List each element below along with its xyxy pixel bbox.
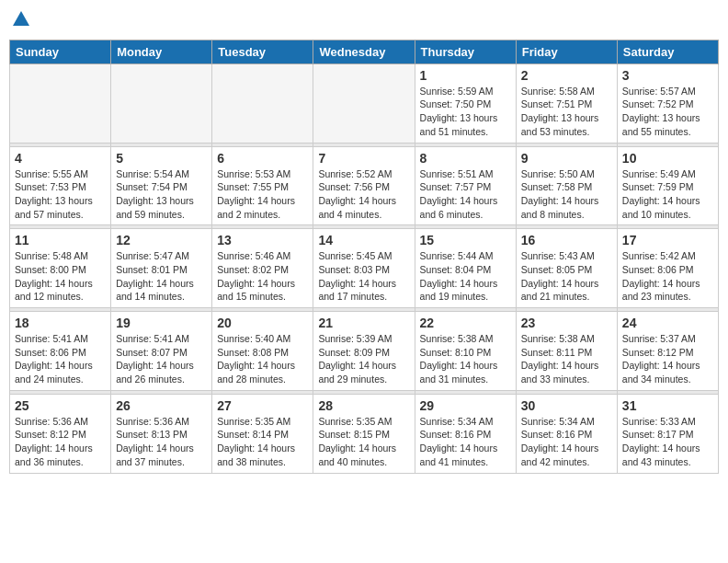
day-info: Sunrise: 5:58 AM Sunset: 7:51 PM Dayligh…: [521, 85, 612, 139]
calendar-day-cell: 25Sunrise: 5:36 AM Sunset: 8:12 PM Dayli…: [10, 394, 111, 473]
days-of-week-row: SundayMondayTuesdayWednesdayThursdayFrid…: [10, 40, 719, 63]
calendar-day-cell: 28Sunrise: 5:35 AM Sunset: 8:15 PM Dayli…: [313, 394, 415, 473]
calendar-day-cell: [10, 63, 111, 143]
day-number: 27: [217, 398, 308, 413]
calendar-day-cell: 13Sunrise: 5:46 AM Sunset: 8:02 PM Dayli…: [212, 229, 313, 308]
calendar-day-cell: 30Sunrise: 5:34 AM Sunset: 8:16 PM Dayli…: [516, 394, 617, 473]
calendar-week-row: 1Sunrise: 5:59 AM Sunset: 7:50 PM Daylig…: [10, 63, 719, 143]
day-number: 31: [622, 398, 713, 413]
calendar-day-cell: 31Sunrise: 5:33 AM Sunset: 8:17 PM Dayli…: [617, 394, 718, 473]
calendar-day-cell: 7Sunrise: 5:52 AM Sunset: 7:56 PM Daylig…: [313, 146, 415, 225]
day-of-week-header: Thursday: [415, 40, 516, 63]
day-number: 10: [622, 151, 713, 166]
day-of-week-header: Friday: [516, 40, 617, 63]
calendar-day-cell: 18Sunrise: 5:41 AM Sunset: 8:06 PM Dayli…: [10, 312, 111, 391]
calendar-day-cell: 27Sunrise: 5:35 AM Sunset: 8:14 PM Dayli…: [212, 394, 313, 473]
calendar-day-cell: 4Sunrise: 5:55 AM Sunset: 7:53 PM Daylig…: [10, 146, 111, 225]
day-number: 24: [622, 316, 713, 330]
day-number: 13: [217, 233, 308, 247]
day-number: 20: [217, 316, 308, 330]
day-info: Sunrise: 5:38 AM Sunset: 8:10 PM Dayligh…: [420, 332, 511, 386]
day-of-week-header: Sunday: [10, 40, 111, 63]
day-number: 29: [420, 398, 511, 413]
day-info: Sunrise: 5:49 AM Sunset: 7:59 PM Dayligh…: [622, 167, 713, 222]
day-info: Sunrise: 5:37 AM Sunset: 8:12 PM Dayligh…: [622, 332, 713, 386]
day-number: 19: [116, 316, 207, 330]
calendar-week-row: 4Sunrise: 5:55 AM Sunset: 7:53 PM Daylig…: [10, 146, 719, 225]
day-number: 5: [116, 151, 207, 166]
day-info: Sunrise: 5:34 AM Sunset: 8:16 PM Dayligh…: [521, 415, 612, 469]
day-info: Sunrise: 5:55 AM Sunset: 7:53 PM Dayligh…: [15, 167, 106, 222]
day-info: Sunrise: 5:51 AM Sunset: 7:57 PM Dayligh…: [420, 167, 511, 222]
day-number: 28: [318, 398, 409, 413]
day-number: 26: [116, 398, 207, 413]
day-number: 2: [521, 68, 612, 83]
calendar-day-cell: 22Sunrise: 5:38 AM Sunset: 8:10 PM Dayli…: [415, 312, 516, 391]
day-info: Sunrise: 5:47 AM Sunset: 8:01 PM Dayligh…: [116, 249, 207, 304]
day-number: 1: [420, 68, 511, 83]
day-info: Sunrise: 5:44 AM Sunset: 8:04 PM Dayligh…: [420, 249, 511, 304]
calendar-day-cell: 6Sunrise: 5:53 AM Sunset: 7:55 PM Daylig…: [212, 146, 313, 225]
logo: [9, 13, 31, 34]
day-info: Sunrise: 5:59 AM Sunset: 7:50 PM Dayligh…: [420, 85, 511, 139]
day-info: Sunrise: 5:48 AM Sunset: 8:00 PM Dayligh…: [15, 249, 106, 304]
day-number: 22: [420, 316, 511, 330]
day-number: 17: [622, 233, 713, 247]
calendar-week-row: 18Sunrise: 5:41 AM Sunset: 8:06 PM Dayli…: [10, 312, 719, 391]
day-info: Sunrise: 5:41 AM Sunset: 8:06 PM Dayligh…: [15, 332, 106, 386]
day-info: Sunrise: 5:35 AM Sunset: 8:14 PM Dayligh…: [217, 415, 308, 469]
day-info: Sunrise: 5:38 AM Sunset: 8:11 PM Dayligh…: [521, 332, 612, 386]
day-info: Sunrise: 5:57 AM Sunset: 7:52 PM Dayligh…: [622, 85, 713, 139]
calendar-day-cell: [212, 63, 313, 143]
day-info: Sunrise: 5:42 AM Sunset: 8:06 PM Dayligh…: [622, 249, 713, 304]
day-number: 30: [521, 398, 612, 413]
calendar-day-cell: 20Sunrise: 5:40 AM Sunset: 8:08 PM Dayli…: [212, 312, 313, 391]
calendar-day-cell: 2Sunrise: 5:58 AM Sunset: 7:51 PM Daylig…: [516, 63, 617, 143]
calendar-day-cell: 23Sunrise: 5:38 AM Sunset: 8:11 PM Dayli…: [516, 312, 617, 391]
calendar-day-cell: 15Sunrise: 5:44 AM Sunset: 8:04 PM Dayli…: [415, 229, 516, 308]
calendar-day-cell: 29Sunrise: 5:34 AM Sunset: 8:16 PM Dayli…: [415, 394, 516, 473]
day-number: 12: [116, 233, 207, 247]
svg-marker-0: [13, 11, 29, 26]
day-info: Sunrise: 5:39 AM Sunset: 8:09 PM Dayligh…: [318, 332, 409, 386]
header: [9, 9, 719, 34]
day-info: Sunrise: 5:53 AM Sunset: 7:55 PM Dayligh…: [217, 167, 308, 222]
day-number: 18: [15, 316, 106, 330]
calendar-day-cell: 16Sunrise: 5:43 AM Sunset: 8:05 PM Dayli…: [516, 229, 617, 308]
day-info: Sunrise: 5:36 AM Sunset: 8:13 PM Dayligh…: [116, 415, 207, 469]
day-number: 8: [420, 151, 511, 166]
day-number: 3: [622, 68, 713, 83]
day-info: Sunrise: 5:33 AM Sunset: 8:17 PM Dayligh…: [622, 415, 713, 469]
calendar-day-cell: 11Sunrise: 5:48 AM Sunset: 8:00 PM Dayli…: [10, 229, 111, 308]
calendar-day-cell: 9Sunrise: 5:50 AM Sunset: 7:58 PM Daylig…: [516, 146, 617, 225]
day-of-week-header: Monday: [111, 40, 212, 63]
calendar: SundayMondayTuesdayWednesdayThursdayFrid…: [9, 40, 719, 474]
calendar-day-cell: 1Sunrise: 5:59 AM Sunset: 7:50 PM Daylig…: [415, 63, 516, 143]
day-number: 15: [420, 233, 511, 247]
day-info: Sunrise: 5:43 AM Sunset: 8:05 PM Dayligh…: [521, 249, 612, 304]
calendar-day-cell: 26Sunrise: 5:36 AM Sunset: 8:13 PM Dayli…: [111, 394, 212, 473]
calendar-day-cell: [111, 63, 212, 143]
day-info: Sunrise: 5:35 AM Sunset: 8:15 PM Dayligh…: [318, 415, 409, 469]
calendar-day-cell: 21Sunrise: 5:39 AM Sunset: 8:09 PM Dayli…: [313, 312, 415, 391]
day-info: Sunrise: 5:50 AM Sunset: 7:58 PM Dayligh…: [521, 167, 612, 222]
logo-icon: [11, 9, 31, 29]
day-info: Sunrise: 5:34 AM Sunset: 8:16 PM Dayligh…: [420, 415, 511, 469]
day-number: 23: [521, 316, 612, 330]
day-info: Sunrise: 5:52 AM Sunset: 7:56 PM Dayligh…: [318, 167, 409, 222]
calendar-day-cell: 24Sunrise: 5:37 AM Sunset: 8:12 PM Dayli…: [617, 312, 718, 391]
calendar-day-cell: 12Sunrise: 5:47 AM Sunset: 8:01 PM Dayli…: [111, 229, 212, 308]
day-number: 21: [318, 316, 409, 330]
day-info: Sunrise: 5:46 AM Sunset: 8:02 PM Dayligh…: [217, 249, 308, 304]
day-info: Sunrise: 5:36 AM Sunset: 8:12 PM Dayligh…: [15, 415, 106, 469]
calendar-day-cell: 5Sunrise: 5:54 AM Sunset: 7:54 PM Daylig…: [111, 146, 212, 225]
calendar-day-cell: 19Sunrise: 5:41 AM Sunset: 8:07 PM Dayli…: [111, 312, 212, 391]
day-of-week-header: Wednesday: [313, 40, 415, 63]
calendar-week-row: 11Sunrise: 5:48 AM Sunset: 8:00 PM Dayli…: [10, 229, 719, 308]
day-info: Sunrise: 5:41 AM Sunset: 8:07 PM Dayligh…: [116, 332, 207, 386]
day-number: 4: [15, 151, 106, 166]
day-info: Sunrise: 5:45 AM Sunset: 8:03 PM Dayligh…: [318, 249, 409, 304]
calendar-day-cell: 8Sunrise: 5:51 AM Sunset: 7:57 PM Daylig…: [415, 146, 516, 225]
calendar-day-cell: 10Sunrise: 5:49 AM Sunset: 7:59 PM Dayli…: [617, 146, 718, 225]
calendar-day-cell: 3Sunrise: 5:57 AM Sunset: 7:52 PM Daylig…: [617, 63, 718, 143]
